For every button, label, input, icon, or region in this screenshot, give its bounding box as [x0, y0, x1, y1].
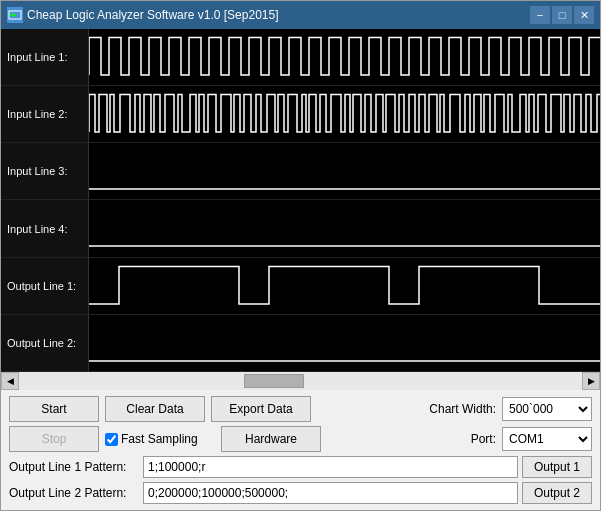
main-window: Cheap Logic Analyzer Software v1.0 [Sep2…: [0, 0, 601, 511]
fast-sampling-checkbox[interactable]: [105, 433, 118, 446]
chart-width-control: Chart Width: 500`000 100`000 200`000 1`0…: [429, 397, 592, 421]
signal-label-1: Input Line 2:: [1, 86, 89, 142]
signal-label-3: Input Line 4:: [1, 200, 89, 256]
controls-row-2: Stop Fast Sampling Hardware Port: COM1 C…: [9, 426, 592, 452]
controls-row-1: Start Clear Data Export Data Chart Width…: [9, 396, 592, 422]
stop-button[interactable]: Stop: [9, 426, 99, 452]
signal-canvas-0: [89, 29, 600, 85]
signal-label-0: Input Line 1:: [1, 29, 89, 85]
signal-row-0: Input Line 1:: [1, 29, 600, 86]
fast-sampling-checkbox-label[interactable]: Fast Sampling: [105, 432, 215, 446]
port-label: Port:: [471, 432, 496, 446]
fast-sampling-label: Fast Sampling: [121, 432, 198, 446]
output2-pattern-label: Output Line 2 Pattern:: [9, 486, 139, 500]
output1-pattern-label: Output Line 1 Pattern:: [9, 460, 139, 474]
signal-canvas-5: [89, 315, 600, 371]
scrollbar[interactable]: ◀ ▶: [1, 372, 600, 390]
maximize-button[interactable]: □: [552, 6, 572, 24]
app-icon: [7, 7, 23, 23]
signal-canvas-1: [89, 86, 600, 142]
window-controls: − □ ✕: [530, 6, 594, 24]
signal-row-4: Output Line 1:: [1, 258, 600, 315]
title-bar: Cheap Logic Analyzer Software v1.0 [Sep2…: [1, 1, 600, 29]
close-button[interactable]: ✕: [574, 6, 594, 24]
export-button[interactable]: Export Data: [211, 396, 311, 422]
signal-canvas-3: [89, 200, 600, 256]
port-select[interactable]: COM1 COM2 COM3 COM4: [502, 427, 592, 451]
hardware-button[interactable]: Hardware: [221, 426, 321, 452]
chart-area: Input Line 1:Input Line 2:Input Line 3:I…: [1, 29, 600, 372]
signal-label-5: Output Line 2:: [1, 315, 89, 371]
output1-pattern-row: Output Line 1 Pattern: Output 1: [9, 456, 592, 478]
output2-pattern-row: Output Line 2 Pattern: Output 2: [9, 482, 592, 504]
signal-row-2: Input Line 3:: [1, 143, 600, 200]
scroll-left-button[interactable]: ◀: [1, 372, 19, 390]
signal-canvas-2: [89, 143, 600, 199]
output1-pattern-input[interactable]: [143, 456, 518, 478]
window-title: Cheap Logic Analyzer Software v1.0 [Sep2…: [27, 8, 526, 22]
signal-row-1: Input Line 2:: [1, 86, 600, 143]
port-control: Port: COM1 COM2 COM3 COM4: [471, 427, 592, 451]
signal-row-3: Input Line 4:: [1, 200, 600, 257]
signal-label-2: Input Line 3:: [1, 143, 89, 199]
signal-label-4: Output Line 1:: [1, 258, 89, 314]
signal-canvas-4: [89, 258, 600, 314]
clear-button[interactable]: Clear Data: [105, 396, 205, 422]
chart-width-select[interactable]: 500`000 100`000 200`000 1`000`000: [502, 397, 592, 421]
scroll-track[interactable]: [19, 372, 582, 390]
signal-row-5: Output Line 2:: [1, 315, 600, 372]
scroll-right-button[interactable]: ▶: [582, 372, 600, 390]
output2-pattern-input[interactable]: [143, 482, 518, 504]
chart-width-label: Chart Width:: [429, 402, 496, 416]
output1-button[interactable]: Output 1: [522, 456, 592, 478]
minimize-button[interactable]: −: [530, 6, 550, 24]
bottom-controls: Start Clear Data Export Data Chart Width…: [1, 390, 600, 510]
start-button[interactable]: Start: [9, 396, 99, 422]
scroll-thumb[interactable]: [244, 374, 304, 388]
output2-button[interactable]: Output 2: [522, 482, 592, 504]
